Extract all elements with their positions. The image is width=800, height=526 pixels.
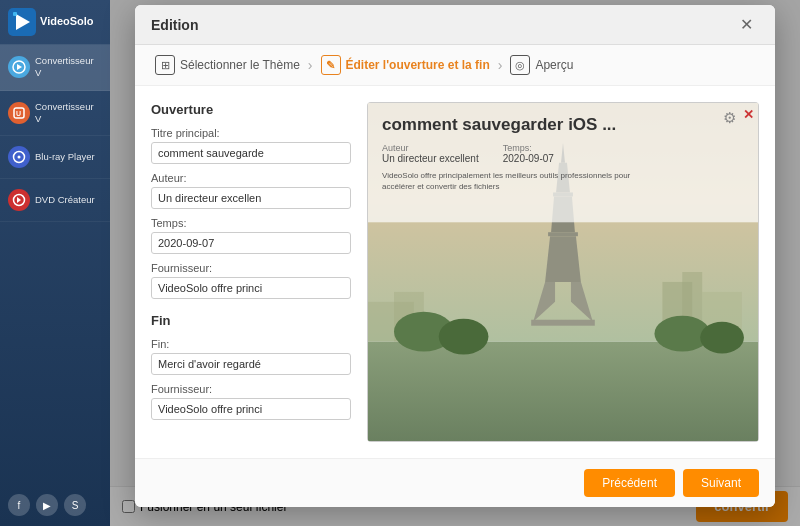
wizard-step-3[interactable]: ◎ Aperçu — [510, 55, 573, 75]
auteur-input[interactable] — [151, 187, 351, 209]
svg-point-28 — [439, 319, 489, 355]
logo-text: VideoSolo — [40, 15, 94, 28]
facebook-icon[interactable]: f — [8, 494, 30, 516]
svg-marker-23 — [545, 236, 581, 282]
modal-overlay: Edition ✕ ⊞ Sélectionner le Thème › ✎ Éd… — [110, 0, 800, 526]
convertisseur1-icon — [8, 56, 30, 78]
fin-fournisseur-row: Fournisseur: — [151, 383, 351, 420]
sidebar: VideoSolo Convertisseur V U Convertisseu… — [0, 0, 110, 526]
modal-close-button[interactable]: ✕ — [734, 13, 759, 36]
preview-author-value: Un directeur excellent — [382, 153, 479, 164]
wizard-steps: ⊞ Sélectionner le Thème › ✎ Éditer l'ouv… — [135, 45, 775, 86]
youtube-icon[interactable]: ▶ — [36, 494, 58, 516]
ouverture-title: Ouverture — [151, 102, 351, 117]
titre-input[interactable] — [151, 142, 351, 164]
sidebar-item-dvd[interactable]: DVD Créateur — [0, 179, 110, 222]
fin-fournisseur-label: Fournisseur: — [151, 383, 351, 395]
sidebar-item-convertisseur2[interactable]: U Convertisseur V — [0, 91, 110, 137]
svg-point-8 — [18, 156, 21, 159]
svg-marker-4 — [17, 64, 22, 70]
preview-author-col: Auteur Un directeur excellent — [382, 143, 479, 164]
auteur-label: Auteur: — [151, 172, 351, 184]
next-button[interactable]: Suivant — [683, 469, 759, 497]
fournisseur-row: Fournisseur: — [151, 262, 351, 299]
dvd-icon — [8, 189, 30, 211]
preview-gear-icon[interactable]: ⚙ — [723, 109, 736, 127]
convertisseur2-icon: U — [8, 102, 30, 124]
titre-row: Titre principal: — [151, 127, 351, 164]
preview-temps-label: Temps: — [503, 143, 554, 153]
preview-temps-value: 2020-09-07 — [503, 153, 554, 164]
sidebar-footer: f ▶ S — [0, 484, 110, 526]
wizard-arrow-1: › — [308, 57, 313, 73]
wizard-step-2-icon: ✎ — [321, 55, 341, 75]
preview-title: comment sauvegarder iOS ... — [382, 115, 744, 135]
modal-body: Ouverture Titre principal: Auteur: Temps… — [135, 86, 775, 458]
wizard-step-1-icon: ⊞ — [155, 55, 175, 75]
wizard-step-3-icon: ◎ — [510, 55, 530, 75]
svg-marker-10 — [17, 197, 21, 203]
fournisseur-label: Fournisseur: — [151, 262, 351, 274]
fournisseur-input[interactable] — [151, 277, 351, 299]
preview-author-label: Auteur — [382, 143, 479, 153]
sidebar-item-convertisseur1[interactable]: Convertisseur V — [0, 45, 110, 91]
svg-rect-12 — [368, 342, 758, 441]
fin-input[interactable] — [151, 353, 351, 375]
wizard-arrow-2: › — [498, 57, 503, 73]
temps-label: Temps: — [151, 217, 351, 229]
titre-label: Titre principal: — [151, 127, 351, 139]
edition-modal: Edition ✕ ⊞ Sélectionner le Thème › ✎ Éd… — [135, 5, 775, 507]
preview-section: comment sauvegarder iOS ... Auteur Un di… — [367, 102, 759, 442]
fin-title: Fin — [151, 313, 351, 328]
sidebar-logo: VideoSolo — [0, 0, 110, 45]
temps-row: Temps: — [151, 217, 351, 254]
svg-rect-26 — [531, 320, 595, 326]
logo-icon — [8, 8, 36, 36]
sidebar-item-label-2: Convertisseur V — [35, 101, 102, 126]
bluray-icon — [8, 146, 30, 168]
share-icon[interactable]: S — [64, 494, 86, 516]
modal-title: Edition — [151, 17, 198, 33]
form-section: Ouverture Titre principal: Auteur: Temps… — [151, 102, 351, 442]
svg-rect-22 — [548, 232, 578, 236]
app-container: VideoSolo Convertisseur V U Convertisseu… — [0, 0, 800, 526]
fin-row: Fin: — [151, 338, 351, 375]
sidebar-item-bluray[interactable]: Blu-ray Player — [0, 136, 110, 179]
temps-input[interactable] — [151, 232, 351, 254]
preview-description: VideoSolo offre principalement les meill… — [382, 170, 662, 192]
modal-footer: Précédent Suivant — [135, 458, 775, 507]
svg-text:U: U — [16, 110, 21, 117]
main-content: Fusionner en un seul fichier convertir E… — [110, 0, 800, 526]
preview-temps-col: Temps: 2020-09-07 — [503, 143, 554, 164]
svg-rect-2 — [13, 12, 17, 16]
previous-button[interactable]: Précédent — [584, 469, 675, 497]
fin-label: Fin: — [151, 338, 351, 350]
fin-section: Fin Fin: Fournisseur: — [151, 313, 351, 420]
modal-header: Edition ✕ — [135, 5, 775, 45]
wizard-step-2[interactable]: ✎ Éditer l'ouverture et la fin — [321, 55, 490, 75]
wizard-step-3-label: Aperçu — [535, 58, 573, 72]
sidebar-item-label-3: Blu-ray Player — [35, 151, 95, 163]
preview-close-small-button[interactable]: ✕ — [743, 107, 754, 122]
auteur-row: Auteur: — [151, 172, 351, 209]
preview-text-overlay: comment sauvegarder iOS ... Auteur Un di… — [368, 103, 758, 204]
svg-point-30 — [700, 322, 744, 354]
sidebar-item-label-1: Convertisseur V — [35, 55, 102, 80]
preview-meta: Auteur Un directeur excellent Temps: 202… — [382, 143, 744, 164]
wizard-step-1-label: Sélectionner le Thème — [180, 58, 300, 72]
wizard-step-1[interactable]: ⊞ Sélectionner le Thème — [155, 55, 300, 75]
wizard-step-2-label: Éditer l'ouverture et la fin — [346, 58, 490, 72]
sidebar-item-label-4: DVD Créateur — [35, 194, 95, 206]
fin-fournisseur-input[interactable] — [151, 398, 351, 420]
